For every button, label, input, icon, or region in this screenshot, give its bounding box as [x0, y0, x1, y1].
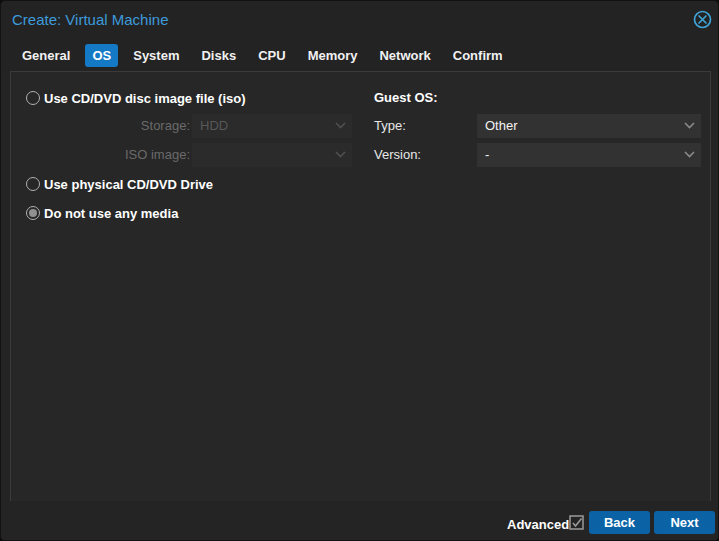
back-button[interactable]: Back: [589, 511, 650, 534]
advanced-checkbox[interactable]: [569, 515, 584, 530]
wizard-tabbar: General OS System Disks CPU Memory Netwo…: [1, 39, 718, 71]
version-label: Version:: [374, 143, 421, 167]
close-icon[interactable]: [693, 10, 712, 29]
next-button[interactable]: Next: [654, 511, 715, 534]
radio-no-media-label: Do not use any media: [44, 206, 178, 221]
radio-row-physical-drive[interactable]: Use physical CD/DVD Drive: [26, 172, 213, 196]
radio-row-cdrom-iso[interactable]: Use CD/DVD disc image file (iso): [26, 86, 246, 110]
tab-cpu[interactable]: CPU: [251, 44, 292, 67]
create-vm-dialog: Create: Virtual Machine General OS Syste…: [0, 0, 719, 541]
type-value: Other: [485, 118, 518, 133]
advanced-label: Advanced: [507, 517, 569, 532]
radio-no-media[interactable]: [26, 206, 40, 220]
iso-image-combo[interactable]: [192, 143, 352, 167]
version-value: -: [485, 147, 489, 162]
type-combo[interactable]: Other: [477, 114, 701, 138]
tab-os[interactable]: OS: [85, 44, 118, 67]
guest-os-heading: Guest OS:: [374, 86, 438, 110]
storage-combo[interactable]: HDD: [192, 114, 352, 138]
type-chevron-down-icon: [684, 122, 695, 129]
tab-network[interactable]: Network: [372, 44, 437, 67]
type-label: Type:: [374, 114, 406, 138]
radio-cdrom-iso[interactable]: [26, 91, 40, 105]
iso-image-label: ISO image:: [71, 143, 190, 167]
storage-chevron-down-icon: [335, 122, 346, 129]
version-combo[interactable]: -: [477, 143, 701, 167]
dialog-titlebar: Create: Virtual Machine: [1, 1, 718, 39]
version-chevron-down-icon: [684, 151, 695, 158]
storage-value: HDD: [200, 118, 228, 133]
storage-label: Storage:: [71, 114, 190, 138]
tab-confirm[interactable]: Confirm: [446, 44, 510, 67]
tab-general[interactable]: General: [15, 44, 77, 67]
dialog-title: Create: Virtual Machine: [12, 11, 168, 28]
tab-memory[interactable]: Memory: [301, 44, 365, 67]
iso-image-chevron-down-icon: [335, 151, 346, 158]
radio-physical-drive-label: Use physical CD/DVD Drive: [44, 177, 213, 192]
radio-row-no-media[interactable]: Do not use any media: [26, 201, 178, 225]
tab-system[interactable]: System: [126, 44, 186, 67]
os-panel-body: Use CD/DVD disc image file (iso) Storage…: [10, 71, 711, 503]
tab-disks[interactable]: Disks: [194, 44, 243, 67]
radio-physical-drive[interactable]: [26, 177, 40, 191]
radio-cdrom-iso-label: Use CD/DVD disc image file (iso): [44, 91, 246, 106]
